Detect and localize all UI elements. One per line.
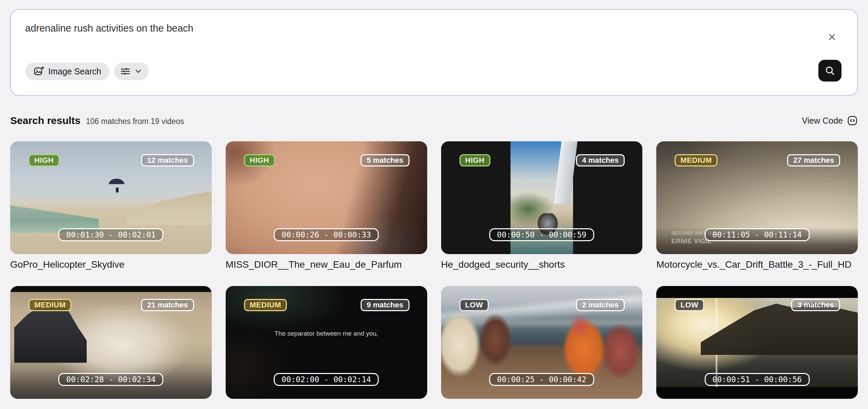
match-count-badge: 12 matches [141,154,194,166]
confidence-badge: MEDIUM [29,299,71,311]
match-count-badge: 9 matches [361,299,410,311]
timestamp-range: 00:01:30 - 00:02:01 [58,228,163,241]
confidence-badge: LOW [675,299,704,311]
video-thumbnail[interactable]: LOW 2 matches 00:00:25 - 00:00:42 [441,286,643,399]
image-plus-icon [33,66,44,77]
clear-search-button[interactable] [824,30,839,45]
video-thumbnail[interactable]: The separator between me and you, MEDIUM… [226,286,427,399]
video-thumbnail[interactable]: SECOND UNIT DIRECTOR ERNIE VIGIL MEDIUM … [656,141,858,254]
image-search-button[interactable]: Image Search [25,63,109,80]
video-title: GoPro_Helicopter_Skydive [10,259,212,270]
confidence-badge: MEDIUM [244,299,287,311]
code-icon [847,115,858,126]
match-count-badge: 2 matches [576,299,625,311]
video-thumbnail[interactable]: LOW 3 matches 00:00:51 - 00:00:56 [656,286,858,399]
search-input[interactable]: adrenaline rush activities on the beach [25,23,193,34]
close-icon [827,32,837,42]
match-count-badge: 27 matches [787,154,840,166]
filter-options-button[interactable] [114,63,149,80]
video-result-card[interactable]: SECOND UNIT DIRECTOR ERNIE VIGIL MEDIUM … [656,141,858,270]
results-grid: HIGH 12 matches 00:01:30 - 00:02:01 GoPr… [10,141,858,399]
skydiver-shape [116,188,119,193]
video-thumbnail[interactable]: HIGH 4 matches 00:00:50 - 00:00:59 [441,141,643,254]
video-result-card[interactable]: The separator between me and you, MEDIUM… [226,286,427,399]
results-title: Search results [10,115,81,126]
video-result-card[interactable]: LOW 2 matches 00:00:25 - 00:00:42 [441,286,643,399]
timestamp-range: 00:02:00 - 00:02:14 [274,373,379,386]
dune-shape [127,191,212,225]
timestamp-range: 00:00:26 - 00:00:33 [274,228,379,241]
match-count-badge: 5 matches [361,154,410,166]
match-count-badge: 21 matches [141,299,194,311]
view-code-label: View Code [802,116,843,126]
video-thumbnail[interactable]: MEDIUM 21 matches 00:02:28 - 00:02:34 [10,286,212,399]
video-thumbnail[interactable]: HIGH 12 matches 00:01:30 - 00:02:01 [10,141,212,254]
match-count-badge: 4 matches [576,154,625,166]
video-title: MISS_DIOR__The_new_Eau_de_Parfum [226,259,427,270]
search-actions: Image Search [25,63,149,80]
results-summary: 106 matches from 19 videos [86,117,184,126]
timestamp-range: 00:11:05 - 00:11:14 [705,228,810,241]
timestamp-range: 00:00:50 - 00:00:59 [489,228,594,241]
search-submit-button[interactable] [818,60,841,82]
results-header: Search results 106 matches from 19 video… [10,115,858,126]
subtitle-overlay-text: The separator between me and you, [226,330,427,337]
chevron-down-icon [134,67,143,76]
video-result-card[interactable]: HIGH 12 matches 00:01:30 - 00:02:01 GoPr… [10,141,212,270]
match-count-badge: 3 matches [791,299,840,311]
confidence-badge: LOW [459,299,489,311]
timestamp-range: 00:00:51 - 00:00:56 [705,373,810,386]
video-title: He_dodged_security__shorts [441,259,643,270]
view-code-button[interactable]: View Code [802,115,858,126]
confidence-badge: HIGH [29,154,59,166]
image-search-label: Image Search [48,67,101,76]
video-result-card[interactable]: HIGH 5 matches 00:00:26 - 00:00:33 MISS_… [226,141,427,270]
search-icon [824,65,836,77]
timestamp-range: 00:02:28 - 00:02:34 [58,373,163,386]
video-title: Motorcycle_vs._Car_Drift_Battle_3_-_Full… [656,259,858,270]
confidence-badge: HIGH [244,154,275,166]
confidence-badge: HIGH [459,154,490,166]
video-thumbnail[interactable]: HIGH 5 matches 00:00:26 - 00:00:33 [226,141,427,254]
parachute-shape [109,179,124,184]
confidence-badge: MEDIUM [675,154,717,166]
truck-shape [14,304,87,363]
search-panel: adrenaline rush activities on the beach … [10,9,858,96]
video-result-card[interactable]: HIGH 4 matches 00:00:50 - 00:00:59 He_do… [441,141,643,270]
video-result-card[interactable]: LOW 3 matches 00:00:51 - 00:00:56 [656,286,858,399]
sliders-icon [120,66,131,76]
video-result-card[interactable]: MEDIUM 21 matches 00:02:28 - 00:02:34 [10,286,212,399]
timestamp-range: 00:00:25 - 00:00:42 [489,373,594,386]
